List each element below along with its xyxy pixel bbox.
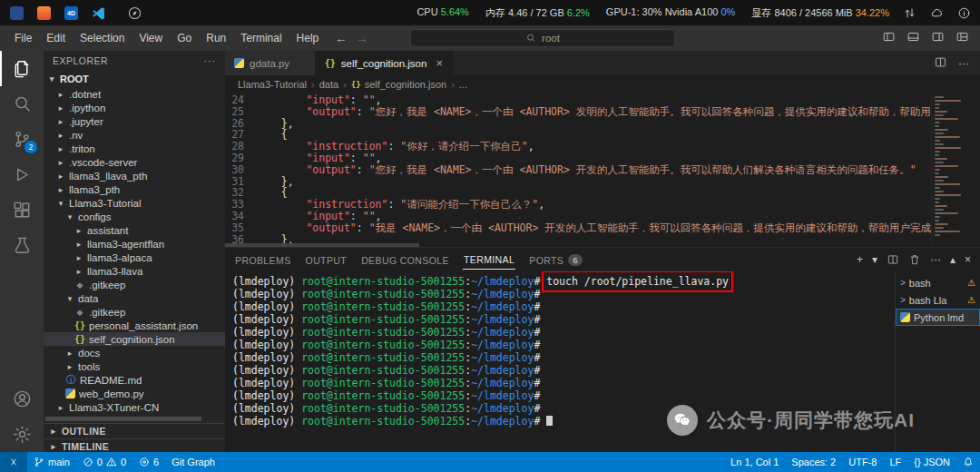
panel-tab-output[interactable]: OUTPUT xyxy=(305,250,348,270)
file--gitkeep[interactable]: ◆.gitkeep xyxy=(44,305,225,319)
activity-testing[interactable] xyxy=(0,228,44,263)
file-web-demo-py[interactable]: web_demo.py xyxy=(44,387,225,400)
folder-llama3-tutorial[interactable]: ▾Llama3-Tutorial xyxy=(44,196,225,210)
scrollbar-thumb[interactable] xyxy=(45,417,201,421)
status-language-mode[interactable]: {} JSON xyxy=(907,452,956,472)
folder-assistant[interactable]: ▸assistant xyxy=(44,223,225,237)
folder--triton[interactable]: ▸.triton xyxy=(44,142,225,155)
status-ports[interactable]: 6 xyxy=(132,452,165,472)
activity-source-control[interactable]: 2 xyxy=(0,122,44,157)
menu-view[interactable]: View xyxy=(132,25,170,51)
folder--jupyter[interactable]: ▸.jupyter xyxy=(44,114,225,128)
tree-root-folder[interactable]: ▾ ROOT xyxy=(44,71,225,87)
menu-help[interactable]: Help xyxy=(289,25,327,51)
scrollbar-thumb[interactable] xyxy=(225,243,419,247)
status-indentation[interactable]: Spaces: 2 xyxy=(785,452,842,472)
toggle-panel-icon[interactable] xyxy=(906,30,920,46)
transfer-arrows-icon[interactable] xyxy=(903,6,916,20)
close-icon[interactable]: × xyxy=(436,56,443,70)
folder--ipython[interactable]: ▸.ipython xyxy=(44,101,225,114)
menu-file[interactable]: File xyxy=(7,25,39,51)
cloud-icon[interactable] xyxy=(930,6,944,20)
back-icon[interactable]: ← xyxy=(335,32,347,45)
file-personal-assistant-json[interactable]: {}personal_assistant.json xyxy=(44,319,225,332)
folder--nv[interactable]: ▸.nv xyxy=(44,128,225,142)
folder-llama3-xtuner-cn[interactable]: ▸Llama3-XTuner-CN xyxy=(44,400,225,414)
terminal-dropdown-icon[interactable]: ▾ xyxy=(872,253,877,266)
breadcrumb-item[interactable]: Llama3-Tutorial xyxy=(238,79,307,90)
file-readme-md[interactable]: ⓘREADME.md xyxy=(44,373,225,387)
file-self-cognition-json[interactable]: {}self_cognition.json xyxy=(44,332,225,346)
tab-gdata-py[interactable]: gdata.py× xyxy=(225,51,316,75)
tab-self-cognition-json[interactable]: {}self_cognition.json× xyxy=(316,51,453,75)
breadcrumb-item[interactable]: {}self_cognition.json xyxy=(351,79,446,90)
compass-icon[interactable] xyxy=(127,5,142,21)
breadcrumb-item[interactable]: ... xyxy=(459,79,467,90)
terminal-output[interactable]: (lmdeploy) root@intern-studio-5001255:~/… xyxy=(225,271,895,452)
menu-run[interactable]: Run xyxy=(199,25,233,51)
folder--vscode-server[interactable]: ▸.vscode-server xyxy=(44,155,225,169)
forward-icon[interactable]: → xyxy=(356,32,368,45)
folder-configs[interactable]: ▾configs xyxy=(44,210,225,223)
close-panel-icon[interactable]: × xyxy=(965,253,971,266)
status-problems[interactable]: 00 xyxy=(76,452,132,472)
activity-explorer[interactable] xyxy=(0,51,44,86)
more-actions-icon[interactable]: ··· xyxy=(930,253,941,266)
kill-terminal-icon[interactable] xyxy=(908,253,921,266)
panel-tab-debug-console[interactable]: DEBUG CONSOLE xyxy=(360,250,450,270)
menu-selection[interactable]: Selection xyxy=(73,25,132,51)
flame-icon[interactable] xyxy=(36,5,52,21)
folder-llama3-alpaca[interactable]: ▸llama3-alpaca xyxy=(44,251,225,264)
minimap[interactable] xyxy=(931,93,980,243)
folder--dotnet[interactable]: ▸.dotnet xyxy=(44,87,225,101)
editor[interactable]: 24 "input": "",25 "output": "您好，我是 <NAME… xyxy=(225,93,980,243)
folder-llama3-llava[interactable]: ▸llama3-llava xyxy=(44,264,225,278)
folder-data[interactable]: ▾data xyxy=(44,291,225,305)
status-encoding[interactable]: UTF-8 xyxy=(842,452,883,472)
customize-layout-icon[interactable] xyxy=(956,30,969,46)
status-eol[interactable]: LF xyxy=(883,452,907,472)
activity-account[interactable] xyxy=(0,381,44,417)
more-actions-icon[interactable]: ··· xyxy=(958,57,969,70)
editor-horizontal-scrollbar[interactable] xyxy=(225,243,980,247)
folder-llama3-llava-pth[interactable]: ▸llama3_llava_pth xyxy=(44,169,225,182)
toggle-sidebar-icon[interactable] xyxy=(882,30,896,46)
menu-edit[interactable]: Edit xyxy=(39,25,73,51)
split-editor-icon[interactable] xyxy=(934,55,947,72)
menu-terminal[interactable]: Terminal xyxy=(233,25,289,51)
panel-tab-problems[interactable]: PROBLEMS xyxy=(234,250,292,270)
panel-tab-terminal[interactable]: TERMINAL xyxy=(463,250,515,270)
folder-tools[interactable]: ▸tools xyxy=(44,359,225,373)
command-center[interactable]: root xyxy=(410,29,675,47)
status-notifications[interactable] xyxy=(956,452,980,472)
sidebar-horizontal-scrollbar[interactable] xyxy=(44,417,225,421)
info-icon[interactable] xyxy=(957,6,971,20)
folder-llama3-pth[interactable]: ▸llama3_pth xyxy=(44,182,225,196)
status-cursor-position[interactable]: Ln 1, Col 1 xyxy=(724,452,785,472)
status-remote[interactable] xyxy=(0,452,27,472)
activity-extensions[interactable] xyxy=(0,192,44,228)
toggle-secondary-sidebar-icon[interactable] xyxy=(931,30,945,46)
terminal-tab-bash[interactable]: >bash⚠ xyxy=(896,274,980,291)
panel-tab-ports[interactable]: PORTS6 xyxy=(528,250,583,270)
folder-llama3-agentflan[interactable]: ▸llama3-agentflan xyxy=(44,237,225,251)
menu-go[interactable]: Go xyxy=(170,25,199,51)
split-terminal-icon[interactable] xyxy=(887,253,899,266)
badge-4d-icon[interactable]: 4D xyxy=(64,5,79,21)
vscode-icon[interactable] xyxy=(91,5,106,21)
maximize-panel-icon[interactable]: ▴ xyxy=(950,253,956,266)
timeline-section[interactable]: ▸ TIMELINE xyxy=(44,438,225,452)
terminal-tab-python-lmd[interactable]: Python lmd xyxy=(896,309,980,326)
breadcrumb-item[interactable]: data xyxy=(319,79,338,90)
studio-logo-icon[interactable] xyxy=(9,5,24,21)
folder-docs[interactable]: ▸docs xyxy=(44,346,225,359)
status-branch[interactable]: main xyxy=(27,452,76,472)
activity-run-debug[interactable] xyxy=(0,157,44,192)
status-git-graph[interactable]: Git Graph xyxy=(165,452,221,472)
more-actions-icon[interactable]: ··· xyxy=(204,55,217,66)
file--gitkeep[interactable]: ◆.gitkeep xyxy=(44,278,225,291)
activity-search[interactable] xyxy=(0,86,44,122)
terminal-tab-bash-lla[interactable]: >bash Lla⚠ xyxy=(896,291,980,309)
outline-section[interactable]: ▸ OUTLINE xyxy=(44,423,225,438)
code-area[interactable]: 24 "input": "",25 "output": "您好，我是 <NAME… xyxy=(225,93,931,243)
